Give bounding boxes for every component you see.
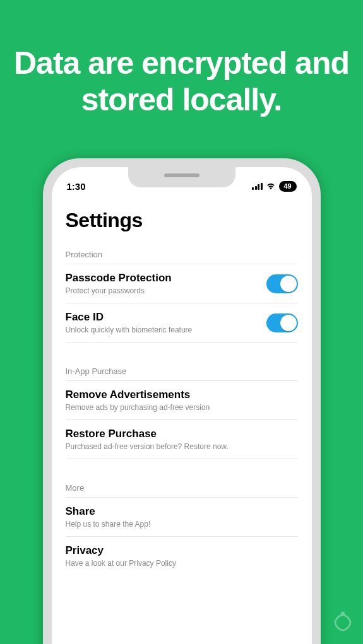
- wifi-icon: [266, 182, 276, 190]
- cellular-signal-icon: [252, 183, 263, 190]
- status-time: 1:30: [67, 181, 86, 192]
- row-passcode-protection[interactable]: Passcode Protection Protect your passwor…: [66, 264, 298, 303]
- page-title: Settings: [66, 209, 298, 232]
- section-header-more: More: [66, 483, 298, 498]
- row-title: Remove Advertisements: [66, 389, 298, 401]
- row-restore-purchase[interactable]: Restore Purchase Purchased ad-free versi…: [66, 420, 298, 459]
- row-remove-ads[interactable]: Remove Advertisements Remove ads by purc…: [66, 381, 298, 420]
- row-subtitle: Have a look at our Privacy Policy: [66, 559, 298, 568]
- row-share[interactable]: Share Help us to share the App!: [66, 498, 298, 537]
- row-face-id[interactable]: Face ID Unlock quickly with biometeric f…: [66, 303, 298, 342]
- row-subtitle: Help us to share the App!: [66, 520, 298, 529]
- row-title: Restore Purchase: [66, 428, 298, 440]
- row-title: Passcode Protection: [66, 272, 266, 284]
- settings-content: Settings Protection Passcode Protection …: [52, 196, 312, 575]
- section-header-iap: In-App Purchase: [66, 366, 298, 381]
- battery-level: 49: [279, 181, 297, 192]
- row-title: Share: [66, 505, 298, 518]
- status-indicators: 49: [252, 181, 297, 192]
- svg-point-0: [342, 612, 344, 615]
- row-subtitle: Protect your passwords: [66, 286, 266, 295]
- row-subtitle: Purchased ad-free version before? Restor…: [66, 442, 298, 451]
- phone-screen: 1:30 49 Settings Protection Passcode Pro…: [52, 167, 312, 644]
- row-title: Privacy: [66, 544, 298, 557]
- phone-mockup-frame: 1:30 49 Settings Protection Passcode Pro…: [43, 158, 321, 644]
- row-subtitle: Remove ads by purchasing ad-free version: [66, 403, 298, 412]
- toggle-faceid[interactable]: [266, 313, 298, 332]
- row-subtitle: Unlock quickly with biometeric feature: [66, 325, 266, 334]
- toggle-passcode[interactable]: [266, 274, 298, 293]
- watermark-icon: [326, 606, 359, 639]
- row-privacy[interactable]: Privacy Have a look at our Privacy Polic…: [66, 537, 298, 575]
- promo-headline: Data are encrypted and stored locally.: [0, 0, 363, 118]
- section-header-protection: Protection: [66, 250, 298, 264]
- phone-notch: [128, 167, 235, 187]
- row-title: Face ID: [66, 311, 266, 324]
